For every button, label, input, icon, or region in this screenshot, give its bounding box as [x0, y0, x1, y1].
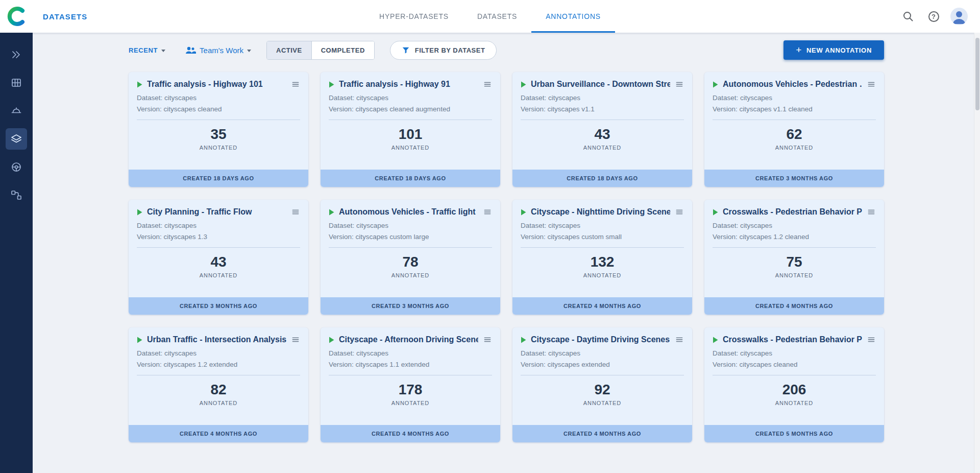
card-menu-icon[interactable]: [291, 336, 300, 343]
steering-wheel-icon: [10, 161, 22, 173]
annotation-card[interactable]: Autonomous Vehicles - Traffic light … Da…: [321, 200, 500, 315]
search-button[interactable]: [898, 7, 918, 26]
filter-by-dataset-button[interactable]: FILTER BY DATASET: [390, 41, 497, 60]
card-menu-icon[interactable]: [867, 208, 876, 216]
tab-annotations[interactable]: ANNOTATIONS: [531, 0, 615, 33]
play-icon[interactable]: [329, 209, 334, 216]
annotation-card[interactable]: Crosswalks - Pedestrian Behavior P… Data…: [704, 200, 884, 315]
annotated-count: 75: [713, 254, 876, 270]
play-icon[interactable]: [137, 337, 142, 343]
sidebar-item-datasets[interactable]: [6, 72, 27, 93]
annotation-card[interactable]: Urban Traffic - Intersection Analysis Da…: [129, 327, 308, 442]
annotated-label: ANNOTATED: [521, 145, 684, 151]
annotated-count: 35: [137, 126, 300, 143]
play-icon[interactable]: [329, 81, 334, 88]
annotated-count: 92: [521, 382, 684, 398]
created-footer: CREATED 18 DAYS AGO: [129, 170, 308, 187]
sidebar-item-annotations[interactable]: [6, 128, 27, 150]
card-menu-icon[interactable]: [867, 81, 876, 88]
annotation-title: Traffic analysis - Highway 101: [147, 80, 286, 89]
play-icon[interactable]: [329, 337, 334, 343]
scrollbar-thumb[interactable]: [975, 38, 979, 110]
card-header: Urban Surveillance - Downtown Stre…: [521, 80, 684, 89]
annotation-title: Crosswalks - Pedestrian Behavior P…: [723, 207, 862, 217]
tab-datasets[interactable]: DATASETS: [463, 0, 531, 33]
dataset-line: Dataset: cityscapes: [713, 349, 876, 357]
card-menu-icon[interactable]: [483, 208, 492, 216]
card-menu-icon[interactable]: [483, 81, 492, 88]
sort-dropdown[interactable]: RECENT: [129, 46, 165, 54]
user-menu-button[interactable]: [949, 7, 969, 26]
play-icon[interactable]: [713, 81, 718, 88]
scrollbar-track[interactable]: [974, 33, 980, 473]
annotation-title: Urban Traffic - Intersection Analysis: [147, 335, 286, 344]
annotated-label: ANNOTATED: [521, 400, 684, 406]
scope-dropdown[interactable]: Team's Work: [185, 46, 251, 55]
card-menu-icon[interactable]: [291, 81, 300, 88]
annotated-label: ANNOTATED: [137, 145, 300, 151]
play-icon[interactable]: [521, 209, 526, 216]
play-icon[interactable]: [137, 81, 142, 88]
status-option-completed[interactable]: COMPLETED: [311, 41, 374, 59]
card-header: Traffic analysis - Highway 91: [329, 80, 492, 89]
annotation-title: Autonomous Vehicles - Pedestrian …: [723, 80, 862, 89]
created-footer: CREATED 4 MONTHS AGO: [512, 297, 692, 315]
annotation-card[interactable]: Traffic analysis - Highway 91 Dataset: c…: [321, 72, 500, 187]
pipeline-icon: [10, 189, 22, 201]
annotated-count: 82: [137, 382, 300, 398]
sidebar-item-quickstart[interactable]: [6, 44, 27, 65]
annotated-label: ANNOTATED: [137, 400, 300, 406]
dataset-line: Dataset: cityscapes: [521, 349, 684, 357]
sidebar-item-models[interactable]: [6, 156, 27, 178]
play-icon[interactable]: [521, 337, 526, 343]
dataset-line: Dataset: cityscapes: [713, 94, 876, 102]
version-line: Version: cityscapes custom small: [521, 233, 684, 248]
helmet-icon: [10, 105, 22, 117]
card-menu-icon[interactable]: [675, 336, 684, 343]
main-area: RECENT Team's Work ACTIVE COMPLETED: [33, 33, 980, 473]
tab-hyper-datasets[interactable]: HYPER-DATASETS: [365, 0, 463, 33]
new-annotation-button[interactable]: + NEW ANNOTATION: [783, 40, 884, 60]
play-icon[interactable]: [713, 209, 718, 216]
annotated-label: ANNOTATED: [713, 272, 876, 278]
version-line: Version: cityscapes v1.1 cleaned: [713, 105, 876, 120]
version-line: Version: cityscapes 1.2 cleaned: [713, 233, 876, 248]
card-menu-icon[interactable]: [867, 336, 876, 343]
card-menu-icon[interactable]: [483, 336, 492, 343]
help-button[interactable]: ?: [924, 7, 943, 26]
annotation-title: Cityscape - Daytime Driving Scenes: [531, 335, 670, 344]
version-line: Version: cityscapes cleaned: [713, 361, 876, 375]
annotation-card[interactable]: Traffic analysis - Highway 101 Dataset: …: [129, 72, 308, 187]
annotated-label: ANNOTATED: [713, 400, 876, 406]
annotation-card[interactable]: City Planning - Traffic Flow Dataset: ci…: [129, 200, 308, 315]
play-icon[interactable]: [521, 81, 526, 88]
card-menu-icon[interactable]: [675, 208, 684, 216]
sidebar-item-labeling[interactable]: [6, 100, 27, 122]
status-option-active[interactable]: ACTIVE: [267, 41, 311, 59]
topbar-actions: ?: [898, 7, 980, 26]
page-title: DATASETS: [43, 12, 87, 21]
play-icon[interactable]: [713, 337, 718, 343]
annotation-card[interactable]: Cityscape - Daytime Driving Scenes Datas…: [512, 327, 692, 442]
card-header: City Planning - Traffic Flow: [137, 207, 300, 217]
layers-icon: [10, 133, 22, 145]
version-line: Version: cityscapes extended: [521, 361, 684, 375]
dataset-line: Dataset: cityscapes: [137, 94, 300, 102]
annotation-card[interactable]: Crosswalks - Pedestrian Behavior P… Data…: [704, 327, 884, 442]
left-sidebar: [0, 33, 33, 473]
card-menu-icon[interactable]: [675, 81, 684, 88]
card-menu-icon[interactable]: [291, 208, 300, 216]
app-logo[interactable]: [0, 5, 33, 28]
sidebar-item-pipelines[interactable]: [6, 184, 27, 206]
card-header: Cityscape - Afternoon Driving Scenes: [329, 335, 492, 344]
annotation-card[interactable]: Cityscape - Afternoon Driving Scenes Dat…: [321, 327, 500, 442]
play-icon[interactable]: [137, 209, 142, 216]
created-footer: CREATED 3 MONTHS AGO: [321, 297, 500, 315]
annotated-label: ANNOTATED: [713, 145, 876, 151]
annotation-card[interactable]: Urban Surveillance - Downtown Stre… Data…: [512, 72, 692, 187]
annotation-card[interactable]: Cityscape - Nighttime Driving Scenes Dat…: [512, 200, 692, 315]
annotation-title: Cityscape - Nighttime Driving Scenes: [531, 207, 670, 217]
annotation-title: City Planning - Traffic Flow: [147, 207, 286, 217]
annotation-card[interactable]: Autonomous Vehicles - Pedestrian … Datas…: [704, 72, 884, 187]
chevron-down-icon: [161, 50, 165, 52]
